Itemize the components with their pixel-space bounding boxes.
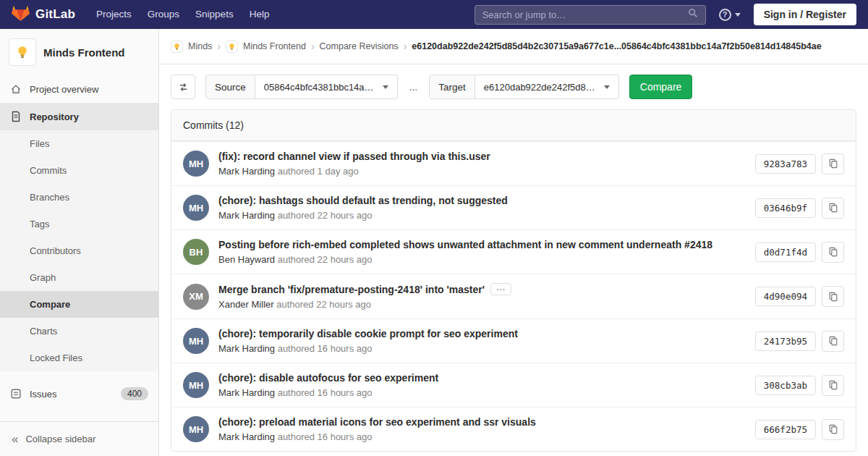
commit-title-link[interactable]: (chore): temporarily disable cookie prom…	[218, 328, 518, 339]
copy-sha-button[interactable]	[822, 419, 844, 440]
commit-time: authored 22 hours ago	[278, 254, 373, 265]
breadcrumb-group[interactable]: Minds	[188, 41, 212, 51]
commits-panel: Commits (12) MH (fix): record channel vi…	[171, 109, 856, 452]
project-sidebar: Minds Frontend Project overview Reposito…	[0, 29, 159, 456]
project-avatar	[9, 38, 36, 66]
breadcrumb-project[interactable]: Minds Frontend	[243, 41, 306, 51]
collapse-sidebar-button[interactable]: « Collapse sidebar	[0, 421, 158, 456]
commit-title-link[interactable]: (chore): hashtags should default as tren…	[218, 195, 508, 206]
document-icon	[10, 111, 22, 122]
lightbulb-icon	[173, 43, 181, 51]
nav-item-help[interactable]: Help	[242, 0, 278, 29]
commit-sha-link[interactable]: 666f2b75	[755, 420, 816, 439]
clipboard-icon	[828, 247, 838, 257]
compare-form: Source 05864c4bfc4381bbc14a… ... Target …	[159, 64, 868, 109]
author-avatar: XM	[183, 284, 209, 310]
commit-time: authored 16 hours ago	[278, 387, 373, 398]
author-avatar: MH	[183, 416, 209, 442]
commit-author-link[interactable]: Mark Harding	[218, 343, 275, 354]
author-avatar: MH	[183, 328, 209, 354]
breadcrumb-separator: ›	[217, 41, 221, 52]
commit-title-link[interactable]: (fix): record channel view if passed thr…	[218, 151, 490, 162]
clipboard-icon	[828, 292, 838, 302]
copy-sha-button[interactable]	[822, 153, 844, 174]
sidebar-item-locked-files[interactable]: Locked Files	[0, 345, 158, 371]
chevron-down-icon	[735, 13, 741, 17]
commit-author-link[interactable]: Mark Harding	[218, 166, 275, 177]
expand-commit-message-button[interactable]: …	[490, 283, 511, 295]
commit-title-link[interactable]: Posting before rich-embed completed show…	[218, 239, 712, 250]
commit-title-link[interactable]: (chore): preload material icons for seo …	[218, 416, 536, 428]
commit-title-link[interactable]: (chore): disable autofocus for seo exper…	[218, 372, 438, 384]
author-avatar: MH	[183, 195, 209, 221]
copy-sha-button[interactable]	[822, 375, 844, 396]
copy-sha-button[interactable]	[822, 286, 844, 307]
nav-item-groups[interactable]: Groups	[140, 0, 187, 29]
range-ellipsis: ...	[409, 81, 418, 93]
collapse-icon: «	[12, 433, 18, 445]
lightbulb-icon	[15, 45, 30, 59]
commit-row: MH (chore): temporarily disable cookie p…	[171, 318, 856, 363]
commit-author-link[interactable]: Ben Hayward	[218, 254, 275, 265]
clipboard-icon	[828, 424, 838, 434]
swap-revisions-button[interactable]	[171, 75, 195, 99]
help-menu[interactable]: ?	[719, 9, 741, 21]
commit-author-link[interactable]: Mark Harding	[218, 210, 275, 221]
sidebar-item-branches[interactable]: Branches	[0, 184, 158, 211]
commit-sha-link[interactable]: d0d71f4d	[755, 242, 816, 262]
search-input[interactable]	[482, 9, 688, 20]
sidebar-item-charts[interactable]: Charts	[0, 318, 158, 345]
lightbulb-icon	[228, 43, 236, 51]
sidebar-item-contributors[interactable]: Contributors	[0, 237, 158, 264]
project-context-header[interactable]: Minds Frontend	[0, 29, 158, 75]
sidebar-item-commits[interactable]: Commits	[0, 157, 158, 184]
sidebar-item-files[interactable]: Files	[0, 130, 158, 157]
tanuki-icon	[12, 4, 30, 25]
commit-meta: Mark Harding authored 1 day ago	[218, 166, 746, 177]
nav-item-snippets[interactable]: Snippets	[187, 0, 242, 29]
copy-sha-button[interactable]	[822, 242, 844, 263]
commit-author-link[interactable]: Mark Harding	[218, 431, 275, 442]
compare-button[interactable]: Compare	[629, 75, 693, 99]
commit-author-link[interactable]: Xander Miller	[218, 299, 274, 310]
commit-row: MH (chore): disable autofocus for seo ex…	[171, 363, 856, 407]
copy-sha-button[interactable]	[822, 198, 844, 219]
issues-count-badge: 400	[121, 387, 148, 400]
sidebar-item-tags[interactable]: Tags	[0, 211, 158, 237]
commit-title-link[interactable]: Merge branch 'fix/premature-posting-2418…	[218, 284, 485, 295]
commit-sha-link[interactable]: 308cb3ab	[755, 376, 816, 395]
chevron-down-icon	[604, 85, 610, 89]
sidebar-item-project-overview[interactable]: Project overview	[0, 75, 158, 103]
breadcrumb-compare-revisions[interactable]: Compare Revisions	[320, 41, 399, 51]
nav-item-projects[interactable]: Projects	[88, 0, 140, 29]
commit-meta: Ben Hayward authored 22 hours ago	[218, 254, 746, 265]
commit-sha-link[interactable]: 24173b95	[755, 332, 816, 351]
sidebar-item-graph[interactable]: Graph	[0, 264, 158, 291]
breadcrumb-separator: ›	[311, 41, 315, 52]
source-branch-dropdown[interactable]: 05864c4bfc4381bbc14a…	[255, 75, 398, 99]
sidebar-item-compare[interactable]: Compare	[0, 291, 158, 318]
sidebar-item-issues[interactable]: Issues 400	[0, 380, 158, 408]
chevron-down-icon	[383, 85, 388, 89]
commit-author-link[interactable]: Mark Harding	[218, 387, 275, 398]
sidebar-item-repository[interactable]: Repository	[0, 103, 158, 130]
target-branch-dropdown[interactable]: e6120dab922de242f5d8…	[475, 75, 619, 99]
help-icon: ?	[719, 9, 731, 21]
global-search[interactable]	[475, 5, 706, 25]
copy-sha-button[interactable]	[822, 331, 844, 352]
commits-count-header: Commits (12)	[171, 110, 856, 141]
gitlab-logo[interactable]: GitLab	[12, 4, 75, 25]
commit-sha-link[interactable]: 4d90e094	[755, 287, 816, 306]
breadcrumb: Minds › Minds Frontend › Compare Revisio…	[159, 29, 868, 64]
commit-meta: Xander Miller authored 22 hours ago	[218, 299, 746, 310]
commit-sha-link[interactable]: 9283a783	[755, 154, 816, 174]
sign-in-button[interactable]: Sign in / Register	[754, 4, 856, 25]
source-label: Source	[205, 75, 255, 99]
project-avatar-small	[226, 41, 238, 53]
commit-time: authored 16 hours ago	[278, 343, 373, 354]
commit-row: MH (chore): hashtags should default as t…	[171, 185, 856, 229]
clipboard-icon	[828, 336, 838, 346]
search-icon	[688, 8, 698, 21]
commit-meta: Mark Harding authored 16 hours ago	[218, 387, 746, 398]
commit-sha-link[interactable]: 03646b9f	[755, 198, 816, 218]
